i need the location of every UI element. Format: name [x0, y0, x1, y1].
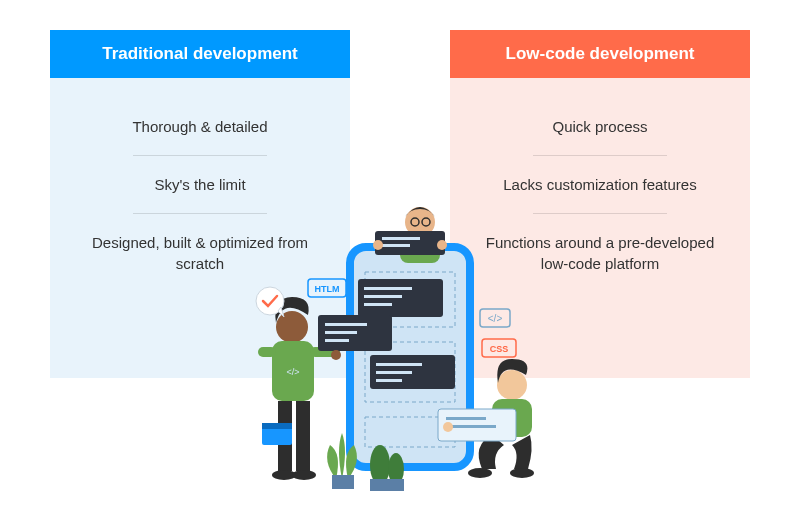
low-item-1: Quick process	[478, 98, 722, 155]
svg-rect-50	[262, 423, 292, 429]
svg-rect-2	[365, 417, 455, 447]
body-lowcode: Quick process Lacks customization featur…	[450, 78, 750, 378]
window-icon	[262, 423, 292, 445]
svg-rect-39	[446, 417, 486, 420]
svg-rect-24	[296, 401, 310, 471]
svg-rect-10	[376, 379, 402, 382]
plant-icon	[327, 433, 357, 489]
body-traditional: Thorough & detailed Sky's the limit Desi…	[50, 78, 350, 378]
svg-point-26	[292, 470, 316, 480]
svg-point-52	[370, 445, 390, 485]
svg-point-37	[510, 468, 534, 478]
trad-item-1: Thorough & detailed	[78, 98, 322, 155]
trad-item-3: Designed, built & optimized from scratch	[78, 214, 322, 292]
svg-point-53	[388, 453, 404, 485]
svg-rect-54	[370, 479, 404, 491]
svg-rect-23	[278, 401, 292, 471]
svg-rect-35	[492, 399, 532, 437]
low-item-3: Functions around a pre-developed low-cod…	[478, 214, 722, 292]
svg-rect-51	[332, 475, 354, 489]
comparison-columns: Traditional development Thorough & detai…	[0, 0, 800, 378]
svg-point-25	[272, 470, 296, 480]
low-item-2: Lacks customization features	[478, 156, 722, 213]
cactus-icon	[370, 445, 404, 491]
column-lowcode: Low-code development Quick process Lacks…	[450, 30, 750, 378]
svg-rect-40	[446, 425, 496, 428]
svg-rect-38	[438, 409, 516, 441]
svg-point-36	[468, 468, 492, 478]
ui-panel-icon	[438, 409, 516, 441]
column-traditional: Traditional development Thorough & detai…	[50, 30, 350, 378]
svg-rect-49	[262, 423, 292, 445]
header-traditional: Traditional development	[50, 30, 350, 78]
header-lowcode: Low-code development	[450, 30, 750, 78]
trad-item-2: Sky's the limit	[78, 156, 322, 213]
svg-point-41	[443, 422, 453, 432]
